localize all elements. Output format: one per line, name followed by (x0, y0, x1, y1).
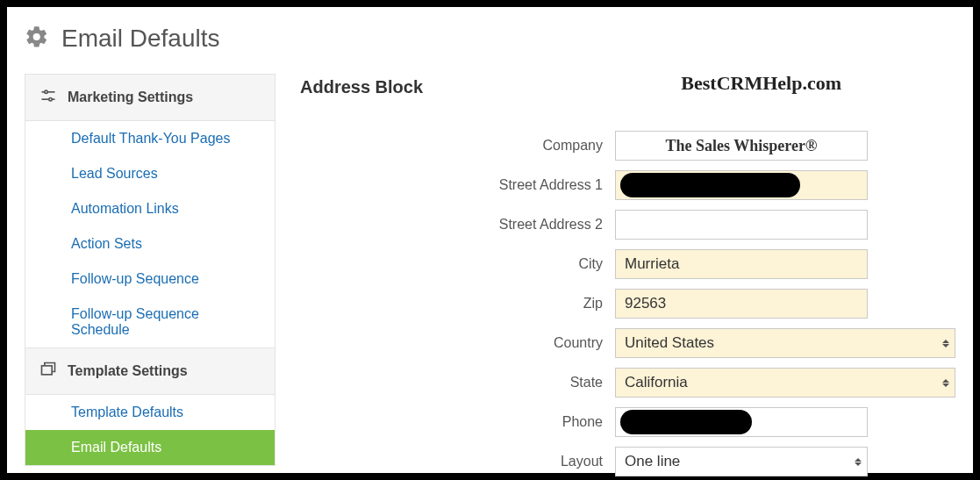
templates-icon (39, 361, 57, 382)
state-select[interactable] (615, 368, 955, 398)
label-layout: Layout (300, 454, 603, 469)
sidebar-item-follow-up-schedule[interactable]: Follow-up Sequence Schedule (25, 297, 275, 347)
label-phone: Phone (300, 414, 603, 430)
main-content: BestCRMHelp.com Address Block Company St… (300, 74, 955, 476)
label-street2: Street Address 2 (300, 217, 603, 233)
svg-point-3 (49, 98, 52, 101)
sidebar-item-action-sets[interactable]: Action Sets (25, 226, 275, 261)
gear-icon (25, 25, 49, 53)
page-header: Email Defaults (25, 25, 955, 53)
address-form: Company Street Address 1 Street Address … (300, 131, 955, 476)
sidebar-item-automation-links[interactable]: Automation Links (25, 191, 275, 226)
company-field[interactable] (615, 131, 868, 161)
section-header-template: Template Settings (25, 348, 275, 395)
svg-rect-4 (42, 366, 53, 375)
section-header-marketing: Marketing Settings (25, 75, 275, 121)
layout-select[interactable] (615, 447, 868, 476)
label-city: City (300, 256, 603, 272)
section-heading-address-block: Address Block (300, 77, 955, 97)
redaction-bar (620, 173, 800, 197)
section-title: Marketing Settings (68, 90, 193, 105)
page-title: Email Defaults (61, 25, 220, 53)
redaction-bar (620, 410, 752, 434)
street2-field[interactable] (615, 210, 868, 240)
sidebar-item-follow-up-sequence[interactable]: Follow-up Sequence (25, 261, 275, 297)
label-zip: Zip (300, 296, 603, 312)
section-title: Template Settings (68, 363, 188, 379)
label-company: Company (300, 138, 603, 154)
sidebar-item-template-defaults[interactable]: Template Defaults (25, 395, 275, 430)
watermark-text: BestCRMHelp.com (681, 72, 841, 95)
sidebar-item-email-defaults[interactable]: Email Defaults (25, 430, 275, 465)
city-field[interactable] (615, 249, 868, 279)
country-select[interactable] (615, 328, 955, 358)
sidebar-item-lead-sources[interactable]: Lead Sources (25, 156, 275, 191)
label-state: State (300, 375, 603, 390)
sidebar-item-thank-you-pages[interactable]: Default Thank-You Pages (25, 121, 275, 156)
label-country: Country (300, 335, 603, 351)
settings-sidebar: Marketing Settings Default Thank-You Pag… (25, 74, 275, 466)
svg-point-1 (45, 90, 47, 93)
label-street1: Street Address 1 (300, 177, 603, 193)
sliders-icon (39, 87, 57, 108)
zip-field[interactable] (615, 289, 868, 319)
